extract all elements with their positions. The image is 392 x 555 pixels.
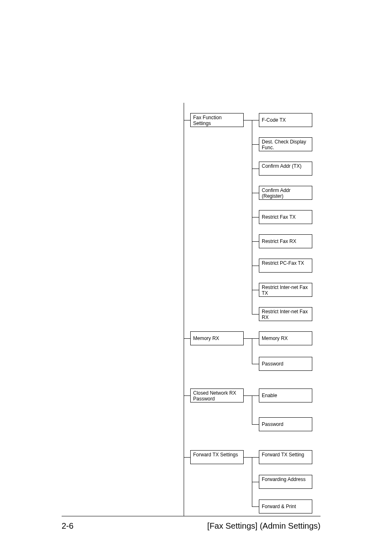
footer-title: [Fax Settings] (Admin Settings) (207, 521, 321, 531)
connector (184, 457, 190, 458)
node-label: Dest. Check Display Func. (262, 139, 309, 150)
node-password-1: Password (259, 357, 312, 371)
node-label: Fax Function Settings (193, 115, 241, 126)
node-label: Memory RX (262, 335, 288, 341)
node-forward-tx-settings: Forward TX Settings (190, 450, 244, 464)
node-fcode-tx: F-Code TX (259, 113, 312, 127)
node-label: Restrict Inter-net Fax TX (262, 284, 309, 296)
connector (244, 395, 259, 396)
connector (184, 395, 190, 396)
connector (252, 266, 259, 266)
node-memory-rx: Memory RX (190, 331, 244, 345)
connector (252, 506, 259, 507)
node-label: Confirm Addr (TX) (262, 163, 302, 169)
node-confirm-addr-tx: Confirm Addr (TX) (259, 162, 312, 176)
node-label: Confirm Addr (Register) (262, 187, 309, 199)
node-label: Enable (262, 393, 277, 398)
connector (252, 424, 259, 425)
node-label: Restrict Inter-net Fax RX (262, 309, 309, 320)
node-label: Password (262, 361, 284, 367)
connector (252, 482, 259, 482)
node-memory-rx-2: Memory RX (259, 331, 312, 345)
connector (184, 338, 190, 339)
node-label: Forwarding Address (262, 476, 306, 482)
node-label: F-Code TX (262, 117, 286, 123)
connector (252, 217, 259, 217)
connector (252, 241, 259, 242)
node-restrict-pc-fax-tx: Restrict PC-Fax TX (259, 259, 312, 273)
trunk-line (184, 103, 184, 516)
footer-divider (62, 516, 321, 516)
node-restrict-fax-rx: Restrict Fax RX (259, 234, 312, 248)
connector (252, 144, 259, 145)
node-restrict-fax-tx: Restrict Fax TX (259, 210, 312, 224)
node-label: Forward TX Setting (262, 452, 304, 458)
connector (184, 120, 190, 120)
connector (244, 338, 259, 339)
connector (244, 457, 259, 458)
connector (252, 290, 259, 290)
connector (252, 169, 259, 169)
node-label: Memory RX (193, 335, 219, 341)
node-restrict-internet-fax-tx: Restrict Inter-net Fax TX (259, 283, 312, 297)
page-number: 2-6 (62, 521, 74, 531)
node-forward-and-print: Forward & Print (259, 500, 312, 513)
node-label: Password (262, 421, 284, 427)
spine-closed-network (252, 395, 252, 424)
spine-memory-rx (252, 338, 252, 364)
connector (244, 120, 259, 120)
connector (252, 364, 259, 364)
connector (252, 314, 259, 314)
node-dest-check: Dest. Check Display Func. (259, 137, 312, 151)
node-label: Restrict PC-Fax TX (262, 260, 304, 266)
node-forwarding-address: Forwarding Address (259, 475, 312, 489)
node-label: Restrict Fax RX (262, 238, 296, 244)
node-label: Closed Network RX Password (193, 390, 241, 402)
node-label: Restrict Fax TX (262, 214, 295, 220)
connector (252, 193, 259, 193)
node-password-2: Password (259, 417, 312, 431)
node-closed-network-rx-password: Closed Network RX Password (190, 388, 244, 402)
node-fax-function-settings: Fax Function Settings (190, 113, 244, 127)
node-confirm-addr-register: Confirm Addr (Register) (259, 186, 312, 200)
node-enable: Enable (259, 388, 312, 402)
node-label: Forward & Print (262, 504, 296, 509)
node-restrict-internet-fax-rx: Restrict Inter-net Fax RX (259, 307, 312, 321)
node-label: Forward TX Settings (193, 452, 238, 458)
node-forward-tx-setting: Forward TX Setting (259, 450, 312, 464)
